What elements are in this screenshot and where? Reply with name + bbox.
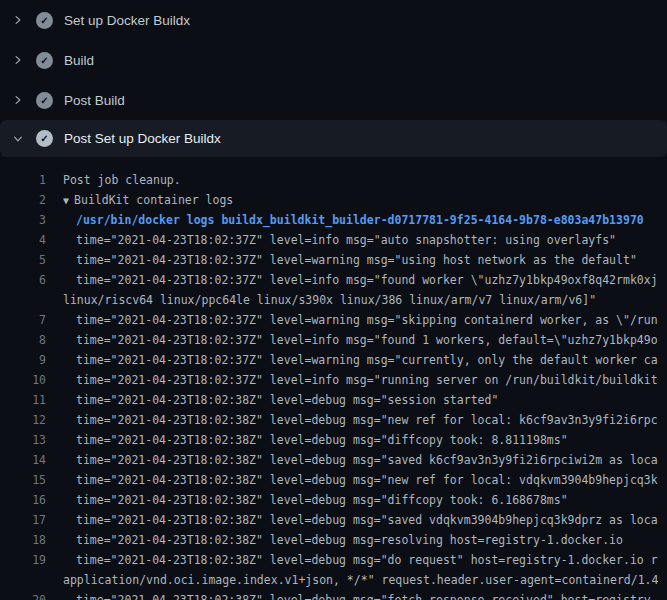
log-line: 13 time="2021-04-23T18:02:38Z" level=deb…: [0, 430, 667, 450]
log-line-text: time="2021-04-23T18:02:38Z" level=debug …: [63, 430, 568, 450]
step-title: Set up Docker Buildx: [64, 13, 190, 28]
step-row[interactable]: ✓ Post Build: [0, 80, 667, 120]
log-line-text: application/vnd.oci.image.index.v1+json,…: [63, 570, 658, 590]
step-title: Post Set up Docker Buildx: [64, 131, 221, 146]
log-line-text: time="2021-04-23T18:02:37Z" level=info m…: [63, 230, 616, 250]
step-title: Build: [64, 53, 94, 68]
log-line-number[interactable]: 2: [0, 190, 46, 210]
log-line: 7 time="2021-04-23T18:02:37Z" level=warn…: [0, 310, 667, 330]
log-line-number[interactable]: 10: [0, 370, 46, 390]
check-circle-icon: ✓: [36, 92, 53, 109]
log-line-text: time="2021-04-23T18:02:37Z" level=info m…: [63, 270, 658, 290]
log-line-text: time="2021-04-23T18:02:37Z" level=info m…: [63, 330, 658, 350]
log-line: 20 time="2021-04-23T18:02:38Z" level=deb…: [0, 590, 667, 600]
log-line-number: [0, 570, 46, 590]
chevron-right-icon[interactable]: [12, 14, 24, 26]
log-line-number[interactable]: 3: [0, 210, 46, 230]
log-line: application/vnd.oci.image.index.v1+json,…: [0, 570, 667, 590]
log-line-number[interactable]: 14: [0, 450, 46, 470]
log-line-number[interactable]: 8: [0, 330, 46, 350]
log-panel: 1 Post job cleanup. 2 ▼BuildKit containe…: [0, 157, 667, 600]
log-line-text: Post job cleanup.: [63, 170, 181, 190]
log-line-number[interactable]: 20: [0, 590, 46, 600]
log-line: 9 time="2021-04-23T18:02:37Z" level=warn…: [0, 350, 667, 370]
chevron-right-icon[interactable]: [12, 94, 24, 106]
log-line-text: time="2021-04-23T18:02:37Z" level=warnin…: [63, 350, 658, 370]
chevron-right-icon[interactable]: [12, 54, 24, 66]
log-line-text: time="2021-04-23T18:02:38Z" level=debug …: [63, 390, 498, 410]
log-group-label[interactable]: BuildKit container logs: [74, 193, 233, 207]
check-circle-icon: ✓: [36, 52, 53, 69]
actions-log-viewer: ✓ Set up Docker Buildx ✓ Build ✓ Post Bu…: [0, 0, 667, 600]
log-line-text: /usr/bin/docker logs buildx_buildkit_bui…: [63, 210, 644, 230]
log-line: 5 time="2021-04-23T18:02:37Z" level=warn…: [0, 250, 667, 270]
log-line-text: linux/riscv64 linux/ppc64le linux/s390x …: [63, 290, 596, 310]
step-row[interactable]: ✓ Set up Docker Buildx: [0, 0, 667, 40]
log-line: 12 time="2021-04-23T18:02:38Z" level=deb…: [0, 410, 667, 430]
log-line: 15 time="2021-04-23T18:02:38Z" level=deb…: [0, 470, 667, 490]
log-line-text: time="2021-04-23T18:02:37Z" level=info m…: [63, 370, 658, 390]
check-circle-icon: ✓: [36, 12, 53, 29]
log-line-number[interactable]: 17: [0, 510, 46, 530]
log-line: 18 time="2021-04-23T18:02:38Z" level=deb…: [0, 530, 667, 550]
steps-list: ✓ Set up Docker Buildx ✓ Build ✓ Post Bu…: [0, 0, 667, 157]
chevron-down-icon[interactable]: [12, 133, 24, 145]
collapse-caret-icon[interactable]: ▼: [63, 195, 69, 206]
log-line: 1 Post job cleanup.: [0, 170, 667, 190]
log-line-text: time="2021-04-23T18:02:38Z" level=debug …: [63, 490, 568, 510]
log-line-text: time="2021-04-23T18:02:38Z" level=debug …: [63, 590, 658, 600]
log-line-number[interactable]: 4: [0, 230, 46, 250]
log-line-number[interactable]: 5: [0, 250, 46, 270]
log-line: 8 time="2021-04-23T18:02:37Z" level=info…: [0, 330, 667, 350]
log-line: 10 time="2021-04-23T18:02:37Z" level=inf…: [0, 370, 667, 390]
log-line-text: time="2021-04-23T18:02:38Z" level=debug …: [63, 450, 658, 470]
log-line: 19 time="2021-04-23T18:02:38Z" level=deb…: [0, 550, 667, 570]
check-circle-icon: ✓: [36, 130, 53, 147]
log-line-text: time="2021-04-23T18:02:38Z" level=debug …: [63, 530, 623, 550]
step-row[interactable]: ✓ Post Set up Docker Buildx: [0, 120, 667, 157]
log-line-number[interactable]: 6: [0, 270, 46, 290]
log-line-text: time="2021-04-23T18:02:38Z" level=debug …: [63, 410, 658, 430]
log-line-number[interactable]: 18: [0, 530, 46, 550]
log-line-number[interactable]: 15: [0, 470, 46, 490]
log-line-text: time="2021-04-23T18:02:38Z" level=debug …: [63, 510, 658, 530]
log-line-number[interactable]: 16: [0, 490, 46, 510]
log-line-text: time="2021-04-23T18:02:38Z" level=debug …: [63, 470, 658, 490]
log-line: 6 time="2021-04-23T18:02:37Z" level=info…: [0, 270, 667, 290]
log-line-number[interactable]: 13: [0, 430, 46, 450]
log-line-number[interactable]: 11: [0, 390, 46, 410]
log-line-number[interactable]: 9: [0, 350, 46, 370]
log-line: 16 time="2021-04-23T18:02:38Z" level=deb…: [0, 490, 667, 510]
log-line: 14 time="2021-04-23T18:02:38Z" level=deb…: [0, 450, 667, 470]
log-line: 3 /usr/bin/docker logs buildx_buildkit_b…: [0, 210, 667, 230]
log-line-text: time="2021-04-23T18:02:37Z" level=warnin…: [63, 310, 658, 330]
log-line-number: [0, 290, 46, 310]
step-row[interactable]: ✓ Build: [0, 40, 667, 80]
log-line-text: time="2021-04-23T18:02:38Z" level=debug …: [63, 550, 658, 570]
log-line-number[interactable]: 1: [0, 170, 46, 190]
log-line: 2 ▼BuildKit container logs: [0, 190, 667, 210]
log-line-number[interactable]: 12: [0, 410, 46, 430]
log-line-text: ▼BuildKit container logs: [63, 190, 233, 210]
log-line-number[interactable]: 19: [0, 550, 46, 570]
log-line-text: time="2021-04-23T18:02:37Z" level=warnin…: [63, 250, 637, 270]
log-line: 4 time="2021-04-23T18:02:37Z" level=info…: [0, 230, 667, 250]
log-line: 11 time="2021-04-23T18:02:38Z" level=deb…: [0, 390, 667, 410]
log-line-number[interactable]: 7: [0, 310, 46, 330]
log-line: 17 time="2021-04-23T18:02:38Z" level=deb…: [0, 510, 667, 530]
step-title: Post Build: [64, 93, 125, 108]
log-line: linux/riscv64 linux/ppc64le linux/s390x …: [0, 290, 667, 310]
